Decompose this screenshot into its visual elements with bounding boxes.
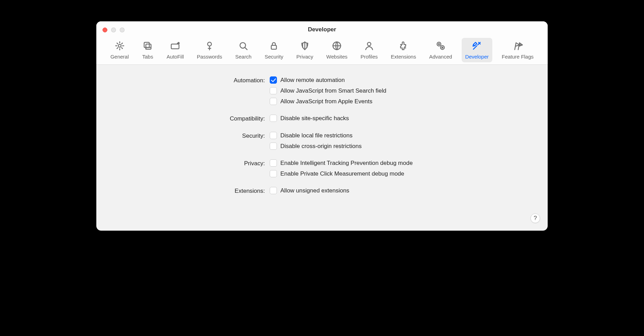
privacy-icon (299, 40, 311, 52)
preferences-toolbar: GeneralTabsAutoFillPasswordsSearchSecuri… (96, 38, 548, 62)
checkbox-disable-cross-origin[interactable] (270, 143, 277, 150)
tab-label: Privacy (296, 54, 313, 60)
tab-autofill[interactable]: AutoFill (163, 38, 187, 62)
option-disable-site-hacks[interactable]: Disable site-specific hacks (270, 115, 534, 122)
autofill-icon (169, 40, 181, 52)
developer-icon (471, 40, 483, 52)
preferences-window: Developer GeneralTabsAutoFillPasswordsSe… (96, 21, 548, 231)
svg-point-4 (207, 42, 211, 46)
tab-label: Extensions (391, 54, 416, 60)
search-icon (237, 40, 249, 52)
option-allow-js-smart-search[interactable]: Allow JavaScript from Smart Search field (270, 87, 534, 94)
websites-icon (331, 40, 343, 52)
tab-label: Advanced (429, 54, 452, 60)
tab-label: Websites (326, 54, 347, 60)
advanced-icon (435, 40, 447, 52)
svg-point-0 (118, 44, 121, 47)
option-pcm-debug[interactable]: Enable Private Click Measurement debug m… (270, 170, 534, 177)
section-options-security: Disable local file restrictionsDisable c… (270, 132, 534, 150)
checkbox-allow-js-smart-search[interactable] (270, 87, 277, 94)
general-icon (114, 40, 126, 52)
help-button[interactable]: ? (530, 213, 540, 223)
option-disable-cross-origin[interactable]: Disable cross-origin restrictions (270, 143, 534, 150)
svg-point-10 (440, 45, 444, 49)
tab-websites[interactable]: Websites (323, 38, 351, 62)
checkbox-allow-js-apple-events[interactable] (270, 98, 277, 105)
tab-label: Developer (465, 54, 489, 60)
section-options-compatibility: Disable site-specific hacks (270, 115, 534, 122)
option-label: Allow remote automation (280, 77, 345, 84)
section-options-automation: Allow remote automationAllow JavaScript … (270, 76, 534, 105)
svg-rect-1 (144, 42, 149, 48)
tab-general[interactable]: General (107, 38, 132, 62)
profiles-icon (363, 40, 375, 52)
tab-label: General (110, 54, 129, 60)
tab-advanced[interactable]: Advanced (426, 38, 455, 62)
tabs-icon (142, 40, 153, 52)
tab-label: Search (235, 54, 252, 60)
settings-form: Automation:Allow remote automationAllow … (110, 76, 534, 195)
tab-label: AutoFill (167, 54, 184, 60)
section-options-privacy: Enable Intelligent Tracking Prevention d… (270, 159, 534, 177)
option-label: Disable cross-origin restrictions (280, 143, 362, 150)
option-label: Enable Private Click Measurement debug m… (280, 170, 404, 177)
featureflags-icon (512, 40, 524, 52)
option-label: Allow JavaScript from Apple Events (280, 98, 372, 105)
option-itp-debug[interactable]: Enable Intelligent Tracking Prevention d… (270, 159, 534, 167)
section-label-automation: Automation: (110, 76, 265, 105)
section-label-security: Security: (110, 132, 265, 150)
option-allow-unsigned-ext[interactable]: Allow unsigned extensions (270, 187, 534, 194)
option-label: Disable local file restrictions (280, 132, 353, 139)
tab-label: Tabs (142, 54, 153, 60)
tab-privacy[interactable]: Privacy (293, 38, 316, 62)
tab-tabs[interactable]: Tabs (138, 38, 157, 62)
checkbox-allow-unsigned-ext[interactable] (270, 187, 277, 194)
window-title: Developer (96, 26, 548, 33)
svg-rect-3 (171, 44, 179, 49)
checkbox-disable-local-file[interactable] (270, 132, 277, 139)
svg-point-12 (442, 47, 443, 48)
checkbox-allow-remote-automation[interactable] (270, 76, 277, 84)
option-label: Disable site-specific hacks (280, 115, 349, 122)
passwords-icon (204, 40, 215, 52)
tab-profiles[interactable]: Profiles (357, 38, 381, 62)
tab-label: Profiles (361, 54, 378, 60)
svg-point-11 (438, 43, 439, 44)
section-label-extensions: Extensions: (110, 187, 265, 195)
titlebar: Developer GeneralTabsAutoFillPasswordsSe… (96, 21, 548, 65)
svg-point-9 (437, 42, 441, 46)
option-label: Enable Intelligent Tracking Prevention d… (280, 160, 413, 167)
tab-extensions[interactable]: Extensions (387, 38, 419, 62)
content-area: Automation:Allow remote automationAllow … (96, 65, 548, 201)
checkbox-pcm-debug[interactable] (270, 170, 277, 177)
svg-point-8 (367, 42, 371, 46)
option-allow-js-apple-events[interactable]: Allow JavaScript from Apple Events (270, 98, 534, 105)
tab-label: Feature Flags (502, 54, 534, 60)
security-icon (268, 40, 280, 52)
tab-developer[interactable]: Developer (462, 38, 492, 62)
section-label-privacy: Privacy: (110, 159, 265, 177)
tab-passwords[interactable]: Passwords (193, 38, 225, 62)
svg-rect-6 (271, 45, 277, 49)
option-label: Allow JavaScript from Smart Search field (280, 87, 386, 94)
option-label: Allow unsigned extensions (280, 187, 349, 194)
tab-label: Passwords (197, 54, 222, 60)
option-allow-remote-automation[interactable]: Allow remote automation (270, 76, 534, 84)
svg-rect-2 (146, 44, 151, 49)
tab-featureflags[interactable]: Feature Flags (498, 38, 537, 62)
checkbox-disable-site-hacks[interactable] (270, 115, 277, 122)
tab-security[interactable]: Security (261, 38, 287, 62)
tab-search[interactable]: Search (232, 38, 255, 62)
section-options-extensions: Allow unsigned extensions (270, 187, 534, 195)
section-label-compatibility: Compatibility: (110, 115, 265, 122)
extensions-icon (398, 40, 409, 52)
tab-label: Security (265, 54, 283, 60)
option-disable-local-file[interactable]: Disable local file restrictions (270, 132, 534, 139)
checkbox-itp-debug[interactable] (270, 159, 277, 167)
